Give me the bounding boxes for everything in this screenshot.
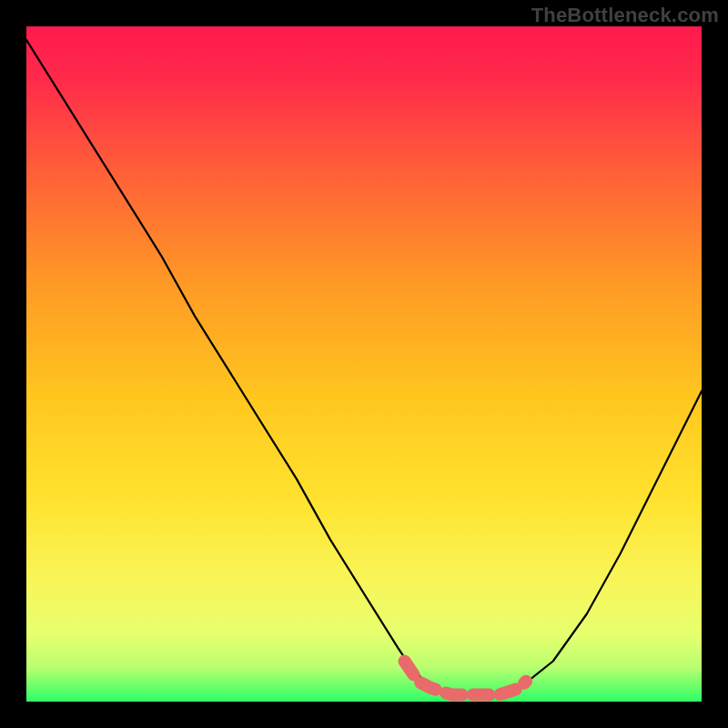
gradient-background <box>26 26 702 702</box>
chart-svg <box>26 26 702 702</box>
plot-area <box>26 26 702 702</box>
chart-frame: TheBottleneck.com <box>0 0 728 728</box>
watermark-text: TheBottleneck.com <box>531 4 719 27</box>
